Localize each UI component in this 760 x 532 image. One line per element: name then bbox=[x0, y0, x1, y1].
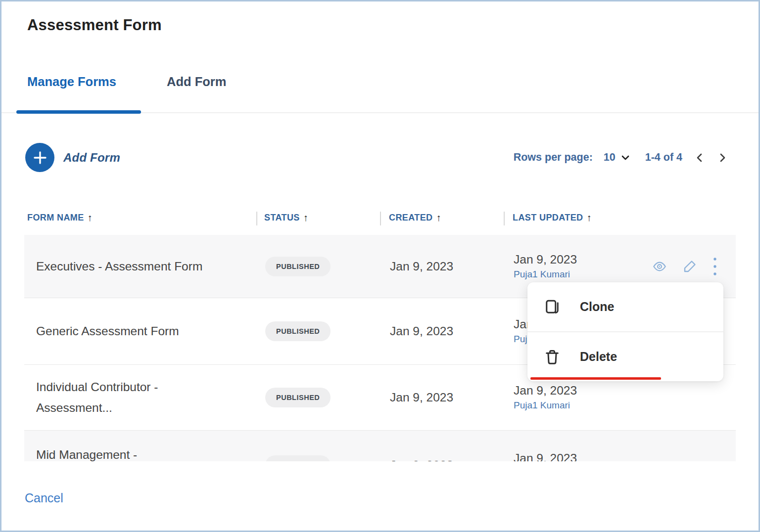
sort-arrow-icon[interactable]: ↑ bbox=[303, 212, 308, 223]
last-updated-date: Jan 9, 2023 bbox=[514, 252, 622, 266]
menu-item-delete[interactable]: Delete bbox=[527, 332, 723, 381]
edit-pencil-icon[interactable] bbox=[682, 259, 697, 274]
last-updated-date: Jan 9, 2023 bbox=[514, 384, 622, 398]
column-label: FORM NAME bbox=[27, 213, 84, 223]
form-name: Mid Management - bbox=[36, 448, 137, 461]
clone-icon bbox=[543, 298, 561, 316]
cancel-link[interactable]: Cancel bbox=[25, 491, 63, 505]
kebab-menu-icon[interactable] bbox=[712, 256, 718, 277]
tab-manage-forms[interactable]: Manage Forms bbox=[27, 75, 116, 89]
column-header-last-updated[interactable]: LAST UPDATED ↑ bbox=[513, 212, 592, 223]
sort-arrow-icon[interactable]: ↑ bbox=[436, 212, 441, 223]
column-header-form-name[interactable]: FORM NAME ↑ bbox=[27, 212, 93, 223]
last-updated-cell: Jan 9, 2023 Puja1 Kumari bbox=[514, 384, 622, 412]
form-name: Individual Contributor - bbox=[36, 380, 158, 394]
status-badge: PUBLISHED bbox=[265, 321, 331, 341]
menu-item-label: Delete bbox=[580, 350, 617, 364]
created-cell: Jan 9, 2023 bbox=[390, 391, 453, 404]
form-name: Generic Assessment Form bbox=[36, 324, 179, 338]
last-updated-cell: Jan 9, 2023 Puja1 Kumari bbox=[514, 252, 622, 280]
form-name-cell: Generic Assessment Form bbox=[36, 321, 254, 342]
column-label: STATUS bbox=[264, 213, 300, 223]
menu-item-label: Clone bbox=[580, 300, 614, 314]
add-form-button[interactable]: Add Form bbox=[25, 143, 120, 172]
rows-per-page-value[interactable]: 10 bbox=[604, 151, 616, 164]
status-badge: PUBLISHED bbox=[265, 257, 331, 276]
status-cell: PUBLISHED bbox=[265, 388, 331, 407]
row-actions-menu: Clone Delete bbox=[527, 282, 723, 381]
last-updated-author-link[interactable]: Puja1 Kumari bbox=[514, 400, 622, 412]
created-cell: Jan 9, 2023 bbox=[390, 260, 453, 273]
status-cell: PUBLISHED bbox=[265, 321, 331, 341]
status-badge: PUBLISHED bbox=[265, 388, 331, 407]
row-actions bbox=[652, 256, 718, 277]
sort-arrow-icon[interactable]: ↑ bbox=[88, 212, 93, 223]
column-header-created[interactable]: CREATED ↑ bbox=[389, 212, 441, 223]
rows-per-page-label: Rows per page: bbox=[514, 151, 593, 164]
column-divider bbox=[256, 212, 257, 225]
form-name: Executives - Assessment Form bbox=[36, 259, 202, 272]
form-name-line2: Assessment... bbox=[36, 398, 254, 418]
menu-item-clone[interactable]: Clone bbox=[527, 282, 723, 331]
page-title: Assessment Form bbox=[27, 16, 162, 34]
active-tab-indicator bbox=[16, 110, 141, 114]
form-name-cell: Executives - Assessment Form bbox=[36, 256, 254, 276]
column-divider bbox=[380, 212, 381, 225]
column-label: CREATED bbox=[389, 213, 432, 223]
previous-page-icon[interactable] bbox=[694, 152, 705, 164]
annotation-red-underline bbox=[530, 377, 661, 380]
footer-bar: Cancel bbox=[1, 461, 759, 531]
add-form-label: Add Form bbox=[63, 151, 120, 165]
column-divider bbox=[504, 212, 505, 225]
column-header-status[interactable]: STATUS ↑ bbox=[264, 212, 308, 223]
assessment-form-panel: Assessment Form Manage Forms Add Form Ad… bbox=[0, 0, 760, 532]
plus-icon bbox=[25, 143, 54, 172]
last-updated-author-link[interactable]: Puja1 Kumari bbox=[514, 268, 622, 280]
status-cell: PUBLISHED bbox=[265, 257, 331, 276]
tab-add-form[interactable]: Add Form bbox=[167, 75, 226, 89]
sort-arrow-icon[interactable]: ↑ bbox=[586, 212, 591, 223]
trash-icon bbox=[543, 348, 561, 366]
column-label: LAST UPDATED bbox=[513, 213, 583, 223]
pagination: Rows per page: 10 1-4 of 4 bbox=[514, 151, 728, 164]
table-header: FORM NAME ↑ STATUS ↑ CREATED ↑ LAST UPDA… bbox=[1, 212, 759, 227]
chevron-down-icon[interactable] bbox=[619, 152, 631, 164]
next-page-icon[interactable] bbox=[717, 152, 728, 164]
created-cell: Jan 9, 2023 bbox=[390, 324, 453, 338]
form-name-cell: Individual Contributor - Assessment... bbox=[36, 377, 254, 418]
pagination-range: 1-4 of 4 bbox=[645, 151, 682, 164]
view-eye-icon[interactable] bbox=[652, 260, 667, 273]
